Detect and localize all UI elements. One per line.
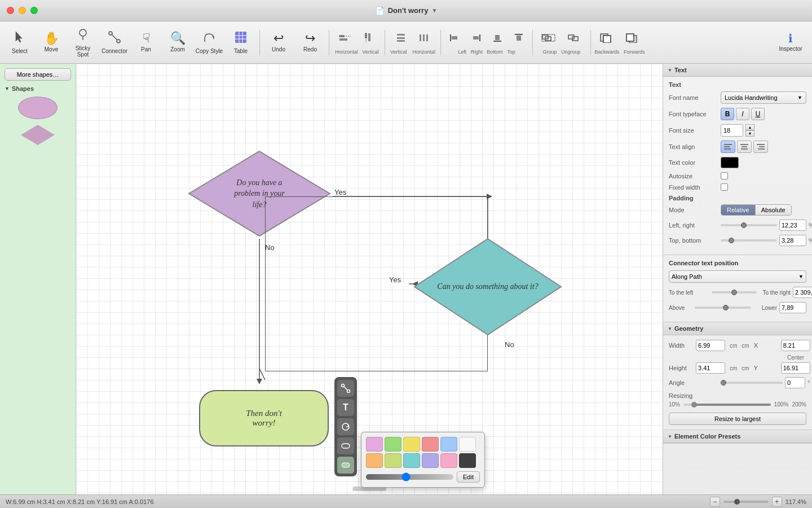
swatch-7[interactable]	[366, 453, 383, 468]
resize-to-largest-button[interactable]: Resize to largest	[669, 413, 806, 425]
swatch-10[interactable]	[422, 453, 439, 468]
swatch-5[interactable]	[440, 437, 457, 452]
text-color-picker[interactable]	[721, 157, 739, 168]
minimize-button[interactable]	[19, 7, 26, 14]
left-right-input[interactable]	[779, 220, 806, 231]
swatch-1[interactable]	[366, 437, 383, 452]
float-toolbar[interactable]: T	[334, 377, 357, 476]
font-name-dropdown[interactable]: Lucida Handwriting ▼	[721, 91, 806, 104]
text-float-button[interactable]: T	[337, 399, 354, 416]
rounded-rect[interactable]: Then don'tworry!	[199, 390, 329, 446]
swatch-2[interactable]	[385, 437, 401, 452]
distribute-vertical-button[interactable]	[390, 30, 412, 47]
align-vertical-button[interactable]	[358, 30, 380, 47]
fixed-width-checkbox[interactable]	[721, 183, 728, 191]
above-label: Above	[669, 305, 692, 311]
autosize-checkbox[interactable]	[721, 172, 728, 179]
canvas-area[interactable]: Do you have aproblem in yourlife? Yes No…	[76, 64, 663, 494]
maximize-button[interactable]	[30, 7, 38, 14]
zoom-minus-button[interactable]: −	[710, 497, 720, 507]
shape-float-button[interactable]	[337, 437, 354, 454]
copy-style-tool[interactable]: Copy Style	[194, 24, 224, 61]
ungroup-button[interactable]	[562, 30, 587, 47]
swatch-8[interactable]	[385, 453, 401, 468]
select-tool[interactable]: Select	[5, 24, 35, 61]
pos-top-button[interactable]	[509, 30, 529, 47]
top-bottom-input[interactable]	[779, 235, 806, 246]
zoom-plus-button[interactable]: +	[772, 497, 782, 507]
connect-float-button[interactable]	[337, 380, 354, 397]
connector-path-dropdown[interactable]: Along Path ▼	[669, 270, 806, 283]
absolute-mode-button[interactable]: Absolute	[756, 205, 791, 215]
zoom-slider[interactable]	[723, 501, 769, 503]
color-slider[interactable]	[366, 474, 453, 480]
left-right-slider[interactable]	[721, 224, 777, 226]
relative-mode-button[interactable]: Relative	[721, 205, 756, 215]
above-lower-slider[interactable]	[695, 306, 751, 309]
angle-slider[interactable]	[721, 382, 783, 384]
backwards-button[interactable]	[594, 30, 619, 47]
distribute-horizontal-button[interactable]	[413, 30, 436, 47]
underline-button[interactable]: U	[751, 108, 765, 120]
width-input[interactable]	[696, 340, 725, 351]
lr-position-input[interactable]	[793, 287, 812, 298]
pos-right-button[interactable]	[466, 30, 486, 47]
shape-diamond-item[interactable]	[5, 125, 71, 145]
angle-input[interactable]	[785, 377, 805, 388]
sticky-spot-tool[interactable]: Sticky Spot	[68, 24, 98, 61]
swatch-12[interactable]	[459, 453, 476, 468]
align-center-button[interactable]	[737, 141, 752, 153]
move-tool[interactable]: ✋ Move	[36, 24, 67, 61]
group-button[interactable]	[536, 30, 561, 47]
font-size-up[interactable]: ▲	[745, 124, 754, 130]
align-right-button[interactable]	[753, 141, 768, 153]
edit-button[interactable]: Edit	[457, 471, 480, 483]
geometry-section-header[interactable]: ▼ Geometry	[663, 322, 812, 335]
text-section-header[interactable]: ▼ Text	[663, 64, 812, 77]
more-shapes-button[interactable]: More shapes…	[5, 68, 71, 81]
inspector-button[interactable]: ℹ Inspector	[774, 24, 807, 61]
connector-tool[interactable]: Connector	[99, 24, 130, 61]
table-tool[interactable]: Table	[226, 24, 256, 61]
pan-tool[interactable]: ☟ Pan	[131, 24, 161, 61]
italic-button[interactable]: I	[736, 108, 749, 120]
align-horizontal-button[interactable]	[334, 30, 356, 47]
redo-button[interactable]: ↪ Redo	[295, 24, 325, 61]
swatch-9[interactable]	[403, 453, 420, 468]
transform-float-button[interactable]	[337, 418, 354, 435]
shape-ellipse-item[interactable]	[5, 97, 71, 119]
diamond2-container[interactable]: Can you do something about it?	[412, 236, 564, 338]
pos-bottom-button[interactable]	[487, 30, 508, 47]
forwards-button[interactable]	[620, 30, 645, 47]
font-size-input[interactable]	[721, 124, 743, 137]
zoom-tool[interactable]: 🔍 Zoom	[162, 24, 193, 61]
lower-input[interactable]	[779, 302, 806, 313]
close-button[interactable]	[7, 7, 14, 14]
status-info: W:6.99 cm H:3.41 cm X:8.21 cm Y:16.91 cm…	[6, 498, 154, 505]
collapse-icon[interactable]: ▼	[5, 86, 10, 91]
undo-button[interactable]: ↩ Undo	[263, 24, 294, 61]
swatch-6[interactable]	[459, 437, 476, 452]
fill-float-button[interactable]	[337, 457, 354, 474]
align-left-button[interactable]	[721, 141, 735, 153]
top-bottom-slider[interactable]	[721, 239, 777, 242]
svg-rect-28	[493, 41, 501, 42]
height-input[interactable]	[696, 362, 725, 374]
lr-position-slider[interactable]	[712, 291, 757, 294]
swatch-4[interactable]	[422, 437, 439, 452]
color-presets-header[interactable]: ▼ Element Color Presets	[663, 430, 812, 443]
grouping-row	[536, 30, 587, 47]
resize-slider[interactable]	[683, 404, 771, 406]
pos-left-button[interactable]	[444, 30, 465, 47]
swatch-11[interactable]	[440, 453, 457, 468]
x-input[interactable]	[781, 340, 810, 351]
separator-5	[532, 30, 533, 55]
font-name-row: Font name Lucida Handwriting ▼	[669, 91, 806, 104]
font-size-down[interactable]: ▼	[745, 130, 754, 137]
y-input[interactable]	[781, 362, 810, 374]
bold-button[interactable]: B	[721, 108, 734, 120]
swatch-3[interactable]	[403, 437, 420, 452]
select-icon	[13, 30, 27, 46]
svg-rect-26	[479, 34, 480, 41]
move-icon: ✋	[44, 32, 59, 45]
